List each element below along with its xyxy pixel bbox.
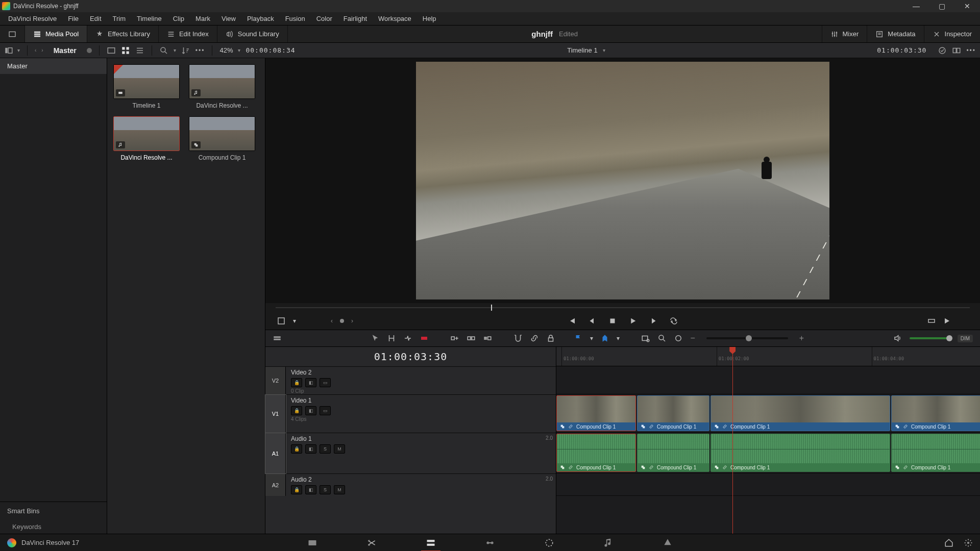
project-settings-icon[interactable] bbox=[964, 538, 973, 547]
zoom-in-icon[interactable]: + bbox=[799, 334, 804, 343]
scrubber-playhead[interactable] bbox=[491, 305, 492, 311]
replace-icon[interactable] bbox=[483, 334, 492, 343]
track-disable-v1[interactable]: ▭ bbox=[320, 406, 331, 415]
track-lock-v2[interactable]: 🔒 bbox=[291, 378, 302, 387]
lane-a1[interactable]: Compound Clip 1Compound Clip 1Compound C… bbox=[556, 433, 980, 473]
smart-bin-keywords[interactable]: Keywords bbox=[0, 520, 107, 534]
track-head-a2[interactable]: A2 Audio 2 🔒 ◧ S M 2.0 bbox=[265, 473, 556, 496]
track-lock-v1[interactable]: 🔒 bbox=[291, 406, 302, 415]
zoom-fit-icon[interactable] bbox=[641, 334, 650, 343]
effects-toggle[interactable]: Effects Library bbox=[87, 26, 159, 42]
smart-bins-header[interactable]: Smart Bins bbox=[0, 502, 107, 520]
timeline-clip[interactable]: Compound Clip 1 bbox=[891, 434, 980, 472]
sound-library-toggle[interactable]: Sound Library bbox=[217, 26, 288, 42]
marker-icon[interactable] bbox=[600, 334, 609, 343]
viewer[interactable] bbox=[265, 58, 980, 303]
track-disable-v2[interactable]: ▭ bbox=[320, 378, 331, 387]
menu-playback[interactable]: Playback bbox=[242, 13, 279, 24]
thumb-view-icon[interactable] bbox=[107, 46, 116, 55]
zoom-out-icon[interactable]: − bbox=[690, 334, 695, 343]
window-maximize[interactable]: ▢ bbox=[934, 2, 949, 10]
marker-menu-icon[interactable]: ▾ bbox=[617, 335, 620, 342]
chevron-down-icon[interactable]: ▾ bbox=[17, 47, 20, 53]
blade-tool-icon[interactable] bbox=[420, 334, 429, 343]
menu-view[interactable]: View bbox=[216, 13, 241, 24]
speaker-icon[interactable] bbox=[893, 334, 902, 343]
timeline-ruler[interactable]: 01:00:00:0001:00:02:0001:00:04:0001:00:0… bbox=[556, 347, 980, 366]
window-close[interactable]: ✕ bbox=[960, 2, 975, 10]
track-solo-a2[interactable]: S bbox=[320, 485, 331, 494]
page-edit[interactable] bbox=[424, 537, 437, 548]
home-icon[interactable] bbox=[944, 538, 953, 547]
overwrite-icon[interactable] bbox=[467, 334, 476, 343]
viewer-zoom[interactable]: 42% bbox=[219, 46, 233, 54]
menu-timeline[interactable]: Timeline bbox=[132, 13, 167, 24]
timeline-clip[interactable]: Compound Clip 1 bbox=[556, 434, 636, 472]
play-icon[interactable] bbox=[628, 316, 638, 325]
page-color[interactable] bbox=[543, 537, 556, 548]
monitor-volume[interactable] bbox=[910, 337, 950, 339]
inout-icon[interactable] bbox=[927, 316, 936, 325]
zoom-menu-icon[interactable]: ▾ bbox=[238, 47, 240, 53]
viewer-scrubber[interactable] bbox=[276, 303, 970, 312]
page-deliver[interactable] bbox=[661, 537, 674, 548]
menu-trim[interactable]: Trim bbox=[108, 13, 131, 24]
sidebar-toggle-icon[interactable] bbox=[4, 46, 13, 55]
stop-icon[interactable] bbox=[608, 316, 617, 325]
go-out-icon[interactable] bbox=[960, 316, 969, 325]
track-auto-v1[interactable]: ◧ bbox=[305, 406, 316, 415]
page-fairlight[interactable] bbox=[602, 537, 615, 548]
track-arm-a1[interactable]: ◧ bbox=[305, 444, 316, 454]
timeline-timecode[interactable]: 01:00:03:30 bbox=[265, 347, 556, 366]
inspector-toggle[interactable]: Inspector bbox=[924, 26, 980, 42]
track-mute-a1[interactable]: M bbox=[334, 444, 345, 454]
timeline-clip[interactable]: Compound Clip 1 bbox=[556, 395, 636, 431]
step-back-icon[interactable] bbox=[587, 316, 597, 325]
track-lock-a2[interactable]: 🔒 bbox=[291, 485, 302, 494]
menu-file[interactable]: File bbox=[63, 13, 84, 24]
lane-a2[interactable] bbox=[556, 473, 980, 496]
clip-timeline-1[interactable]: Timeline 1 bbox=[113, 64, 180, 109]
track-auto-v2[interactable]: ◧ bbox=[305, 378, 316, 387]
metadata-toggle[interactable]: Metadata bbox=[867, 26, 923, 42]
zoom-detail-icon[interactable] bbox=[657, 334, 667, 343]
expand-toggle[interactable] bbox=[0, 26, 25, 42]
nav-back[interactable]: ‹ bbox=[35, 47, 36, 53]
zoom-custom-icon[interactable] bbox=[674, 334, 683, 343]
timeline-clip[interactable]: Compound Clip 1 bbox=[710, 395, 890, 431]
timeline-clip[interactable]: Compound Clip 1 bbox=[637, 434, 709, 472]
sort-icon[interactable] bbox=[181, 46, 190, 55]
bin-master[interactable]: Master bbox=[0, 58, 107, 74]
clip-audio-2[interactable]: DaVinci Resolve ... bbox=[113, 116, 180, 161]
timeline-clip[interactable]: Compound Clip 1 bbox=[637, 395, 709, 431]
timeline-menu-icon[interactable]: ▾ bbox=[603, 47, 605, 53]
list-view-icon[interactable] bbox=[135, 46, 144, 55]
step-fwd-icon[interactable] bbox=[649, 316, 658, 325]
selection-tool-icon[interactable] bbox=[371, 334, 380, 343]
menu-mark[interactable]: Mark bbox=[190, 13, 215, 24]
flag-icon[interactable] bbox=[574, 334, 583, 343]
match-prev-icon[interactable]: ‹ bbox=[331, 317, 333, 324]
track-mute-a2[interactable]: M bbox=[334, 485, 345, 494]
timeline-body[interactable]: 01:00:00:0001:00:02:0001:00:04:0001:00:0… bbox=[556, 347, 980, 534]
timeline-clip[interactable]: Compound Clip 1 bbox=[710, 434, 890, 472]
match-next-icon[interactable]: › bbox=[351, 317, 353, 324]
snapping-icon[interactable] bbox=[513, 334, 523, 343]
timeline-clip[interactable]: Compound Clip 1 bbox=[891, 395, 980, 431]
track-arm-a2[interactable]: ◧ bbox=[305, 485, 316, 494]
track-head-a1[interactable]: A1 Audio 1 🔒 ◧ S M 2.0 bbox=[265, 433, 556, 473]
timeline-selector[interactable]: Timeline 1 bbox=[567, 46, 597, 54]
go-start-icon[interactable] bbox=[567, 316, 576, 325]
crop-menu-icon[interactable]: ▾ bbox=[293, 317, 296, 324]
go-end-icon[interactable] bbox=[943, 316, 952, 325]
edit-index-toggle[interactable]: Edit Index bbox=[159, 26, 217, 42]
dynamic-trim-icon[interactable] bbox=[403, 334, 412, 343]
dim-button[interactable]: DIM bbox=[958, 335, 973, 342]
clip-compound-1[interactable]: Compound Clip 1 bbox=[189, 116, 255, 161]
timeline-playhead[interactable] bbox=[732, 347, 733, 534]
track-tag-v1[interactable]: V1 bbox=[265, 395, 286, 433]
track-lock-a1[interactable]: 🔒 bbox=[291, 444, 302, 454]
search-icon[interactable] bbox=[159, 46, 168, 55]
track-tag-a2[interactable]: A2 bbox=[265, 474, 286, 496]
menu-color[interactable]: Color bbox=[311, 13, 337, 24]
